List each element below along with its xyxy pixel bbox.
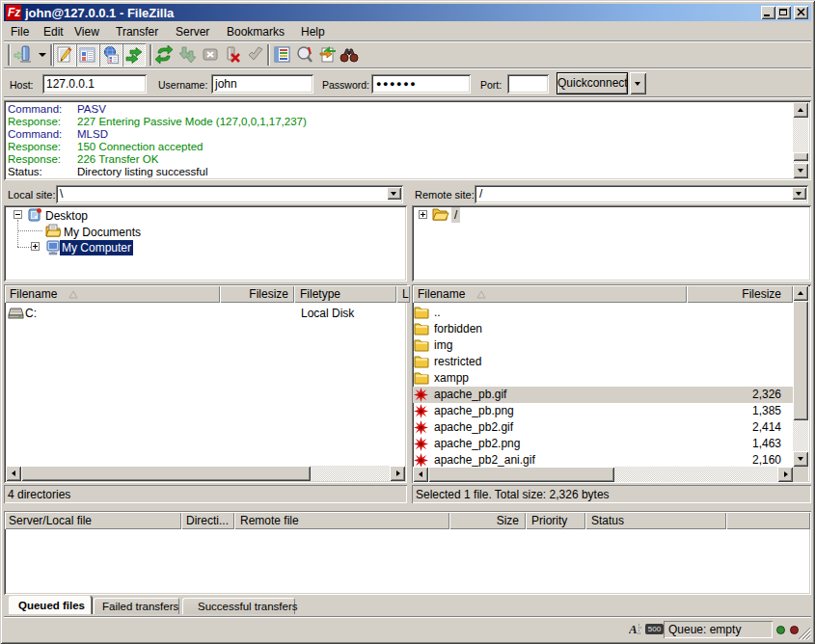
svg-text:A: A <box>629 622 638 636</box>
svg-text:Fz: Fz <box>8 6 20 19</box>
